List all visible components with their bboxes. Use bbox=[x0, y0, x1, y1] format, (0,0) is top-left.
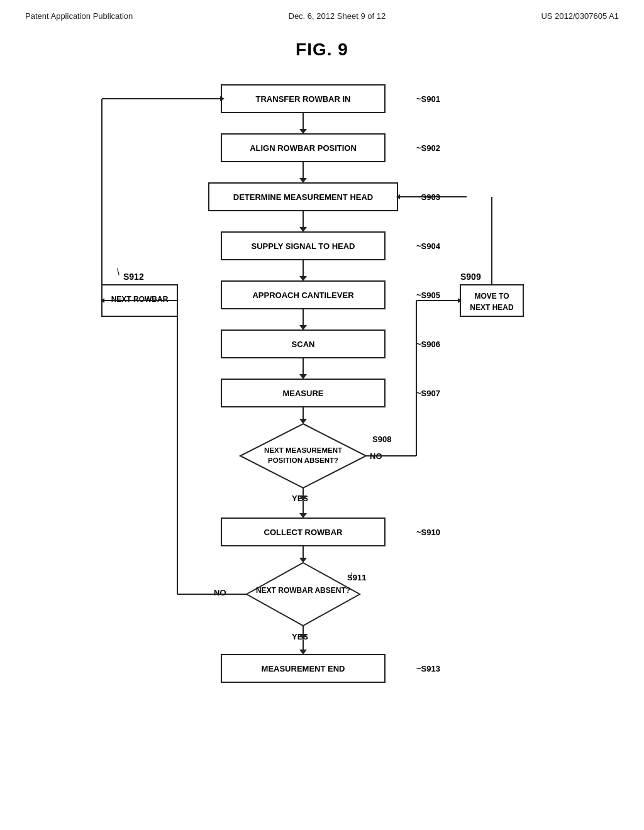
s904-label: ~S904 bbox=[416, 241, 441, 251]
s908-yes-label: YES bbox=[292, 494, 308, 503]
s908-diamond bbox=[240, 424, 366, 488]
svg-marker-15 bbox=[299, 276, 307, 281]
s908-text-line1: NEXT MEASUREMENT bbox=[264, 446, 342, 454]
s909-box-line1: MOVE TO bbox=[474, 292, 509, 301]
s909-label: S909 bbox=[460, 272, 481, 282]
svg-marker-30 bbox=[299, 419, 307, 424]
page-header: Patent Application Publication Dec. 6, 2… bbox=[0, 0, 644, 27]
svg-marker-4 bbox=[299, 129, 307, 134]
s908-text-line2: POSITION ABSENT? bbox=[268, 456, 338, 464]
svg-text:\: \ bbox=[117, 267, 119, 277]
s906-label: ~S906 bbox=[416, 340, 440, 349]
s906-text: SCAN bbox=[292, 340, 315, 349]
s912-label: S912 bbox=[123, 272, 144, 282]
s905-label: ~S905 bbox=[416, 290, 440, 300]
svg-marker-27 bbox=[299, 374, 307, 379]
fig-title: FIG. 9 bbox=[296, 40, 348, 60]
s907-label: ~S907 bbox=[416, 389, 440, 398]
svg-marker-12 bbox=[299, 227, 307, 232]
s913-label: ~S913 bbox=[416, 664, 440, 673]
s909-box-line2: NEXT HEAD bbox=[470, 303, 514, 312]
s913-text: MEASUREMENT END bbox=[262, 664, 345, 673]
s902-text: ALIGN ROWBAR POSITION bbox=[250, 143, 357, 153]
header-right: US 2012/0307605 A1 bbox=[541, 11, 619, 21]
s911-yes-label: YES bbox=[292, 632, 308, 641]
s908-label: S908 bbox=[372, 434, 391, 444]
diagram-container: FIG. 9 TRANSFER ROWBAR IN ~S901 ALIGN RO… bbox=[0, 27, 644, 808]
s907-text: MEASURE bbox=[282, 389, 323, 398]
s903-text: DETERMINE MEASUREMENT HEAD bbox=[233, 192, 373, 202]
s910-label: ~S910 bbox=[416, 528, 440, 537]
s904-text: SUPPLY SIGNAL TO HEAD bbox=[252, 241, 355, 251]
svg-marker-50 bbox=[299, 650, 307, 655]
svg-marker-38 bbox=[299, 513, 307, 518]
svg-marker-7 bbox=[299, 178, 307, 183]
header-middle: Dec. 6, 2012 Sheet 9 of 12 bbox=[289, 11, 386, 21]
s911-no-label: NO bbox=[214, 588, 226, 597]
s910-text: COLLECT ROWBAR bbox=[264, 528, 343, 537]
header-left: Patent Application Publication bbox=[25, 11, 133, 21]
s901-label: ~S901 bbox=[416, 94, 440, 104]
s911-text-line1: NEXT ROWBAR ABSENT? bbox=[256, 586, 350, 595]
s905-text: APPROACH CANTILEVER bbox=[252, 290, 354, 300]
s912-box-text: NEXT ROWBAR bbox=[111, 295, 169, 304]
flowchart-svg: TRANSFER ROWBAR IN ~S901 ALIGN ROWBAR PO… bbox=[77, 79, 567, 808]
s902-label: ~S902 bbox=[416, 143, 440, 153]
svg-marker-24 bbox=[299, 325, 307, 330]
s901-text: TRANSFER ROWBAR IN bbox=[256, 94, 351, 104]
svg-marker-41 bbox=[299, 558, 307, 563]
